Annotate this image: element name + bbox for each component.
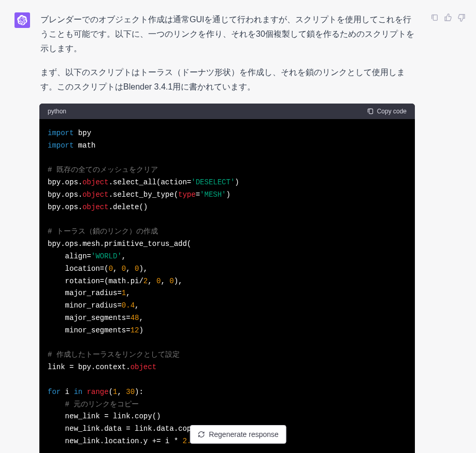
code-block: python Copy code import bpy import math … — [39, 104, 415, 453]
copy-code-label: Copy code — [377, 108, 407, 115]
thumbs-down-icon[interactable] — [457, 13, 466, 22]
code-language-label: python — [48, 108, 66, 115]
openai-logo-icon — [17, 15, 27, 25]
thumbs-up-icon[interactable] — [444, 13, 452, 22]
clipboard-icon[interactable] — [430, 13, 439, 22]
paragraph-2: まず、以下のスクリプトはトーラス（ドーナツ形状）を作成し、それを鎖のリンクとして… — [40, 65, 415, 94]
paragraph-1: ブレンダーでのオブジェクト作成は通常GUIを通じて行われますが、スクリプトを使用… — [40, 12, 415, 56]
regenerate-label: Regenerate response — [209, 430, 279, 439]
message-actions — [430, 12, 466, 453]
refresh-icon — [197, 431, 205, 438]
regenerate-button[interactable]: Regenerate response — [190, 425, 286, 444]
code-header: python Copy code — [39, 104, 415, 119]
assistant-avatar — [15, 12, 30, 28]
copy-code-button[interactable]: Copy code — [367, 108, 407, 115]
svg-rect-1 — [433, 15, 437, 21]
svg-rect-0 — [369, 109, 372, 113]
code-body[interactable]: import bpy import math # 既存の全てのメッシュをクリア … — [39, 119, 415, 453]
message-content: ブレンダーでのオブジェクト作成は通常GUIを通じて行われますが、スクリプトを使用… — [40, 12, 420, 453]
assistant-message-row: ブレンダーでのオブジェクト作成は通常GUIを通じて行われますが、スクリプトを使用… — [0, 0, 476, 453]
clipboard-icon — [367, 108, 374, 115]
